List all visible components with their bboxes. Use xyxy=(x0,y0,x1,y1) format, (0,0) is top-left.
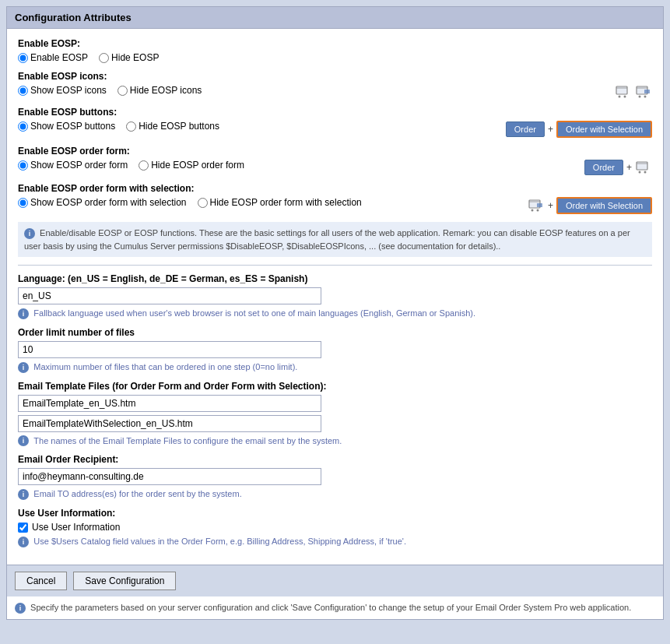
hide-order-form-option[interactable]: Hide EOSP order form xyxy=(139,160,244,171)
hide-icons-label: Hide EOSP icons xyxy=(130,85,202,96)
email-template-hint: The names of the Email Template Files to… xyxy=(33,436,342,445)
language-hint-row: i Fallback language used when user's web… xyxy=(18,308,652,319)
svg-rect-6 xyxy=(644,90,650,93)
buttons-preview-col: Order + Order with Selection xyxy=(481,107,652,138)
order-limit-input[interactable] xyxy=(18,341,321,358)
eosp-order-form-section: Enable EOSP order form: Show EOSP order … xyxy=(18,146,652,175)
save-button[interactable]: Save Configuration xyxy=(73,572,176,590)
user-info-section: Use User Information: Use User Informati… xyxy=(18,508,652,547)
enable-eosp-preview xyxy=(481,38,652,52)
language-input[interactable] xyxy=(18,287,321,304)
hide-icons-radio[interactable] xyxy=(118,86,128,96)
order-limit-info-icon: i xyxy=(18,362,29,373)
hide-eosp-radio[interactable] xyxy=(99,53,109,63)
email-template-label: Email Template Files (for Order Form and… xyxy=(18,381,652,392)
hide-buttons-label: Hide EOSP buttons xyxy=(139,121,219,132)
hide-icons-option[interactable]: Hide EOSP icons xyxy=(118,85,202,96)
show-icons-radio[interactable] xyxy=(18,86,28,96)
show-order-form-selection-radio[interactable] xyxy=(18,198,28,208)
enable-eosp-radio[interactable] xyxy=(18,53,28,63)
svg-point-12 xyxy=(536,209,538,212)
panel-title: Configuration Attributes xyxy=(15,12,132,23)
email-template-input-2[interactable] xyxy=(18,415,321,432)
order-form-cart-icon xyxy=(635,160,652,174)
svg-point-8 xyxy=(639,171,641,174)
plus-sign-1: + xyxy=(548,124,553,135)
svg-rect-7 xyxy=(637,162,647,170)
email-recipient-hint-row: i Email TO address(es) for the order sen… xyxy=(18,488,652,500)
show-buttons-option[interactable]: Show EOSP buttons xyxy=(18,121,115,132)
email-recipient-input[interactable] xyxy=(18,468,321,485)
show-order-form-option[interactable]: Show EOSP order form xyxy=(18,160,128,171)
enable-eosp-radio-row: Enable EOSP Hide EOSP xyxy=(18,52,481,63)
order-selection-cart-icon xyxy=(528,199,545,213)
eosp-buttons-radio-row: Show EOSP buttons Hide EOSP buttons xyxy=(18,121,481,132)
eosp-buttons-col: Enable EOSP buttons: Show EOSP buttons H… xyxy=(18,107,481,132)
user-info-checkbox[interactable] xyxy=(18,523,28,533)
plus-sign-3: + xyxy=(548,200,553,211)
hide-order-form-selection-label: Hide EOSP order form with selection xyxy=(210,197,362,208)
user-info-label: Use User Information: xyxy=(18,508,652,519)
user-info-hint-row: i Use $Users Catalog field values in the… xyxy=(18,536,652,547)
hide-order-form-selection-option[interactable]: Hide EOSP order form with selection xyxy=(198,197,362,208)
email-recipient-label: Email Order Recipient: xyxy=(18,454,652,465)
hide-buttons-option[interactable]: Hide EOSP buttons xyxy=(126,121,219,132)
hide-order-form-label: Hide EOSP order form xyxy=(151,160,244,171)
order-limit-hint: Maximum number of files that can be orde… xyxy=(33,362,297,371)
divider-1 xyxy=(18,265,652,266)
email-template-input-1[interactable] xyxy=(18,395,321,412)
enable-eosp-label: Enable EOSP: xyxy=(18,38,481,49)
svg-rect-0 xyxy=(616,86,627,94)
panel-body: Enable EOSP: Enable EOSP Hide EOSP xyxy=(7,29,663,565)
eosp-order-form-col: Enable EOSP order form: Show EOSP order … xyxy=(18,146,481,171)
user-info-info-icon: i xyxy=(18,537,29,547)
enable-eosp-option[interactable]: Enable EOSP xyxy=(18,52,88,63)
svg-point-9 xyxy=(644,171,647,174)
eosp-icons-radio-row: Show EOSP icons Hide EOSP icons xyxy=(18,85,481,96)
hide-order-form-selection-radio[interactable] xyxy=(198,198,208,208)
eosp-order-form-selection-label: Enable EOSP order form with selection: xyxy=(18,183,481,194)
email-template-section: Email Template Files (for Order Form and… xyxy=(18,381,652,447)
config-panel: Configuration Attributes Enable EOSP: En… xyxy=(6,6,664,620)
eosp-info-icon: i xyxy=(24,228,35,239)
eosp-icons-section: Enable EOSP icons: Show EOSP icons Hide … xyxy=(18,71,652,99)
show-icons-label: Show EOSP icons xyxy=(30,85,107,96)
svg-point-5 xyxy=(644,96,647,98)
eosp-order-form-radio-row: Show EOSP order form Hide EOSP order for… xyxy=(18,160,481,171)
order-form-order-btn[interactable]: Order xyxy=(584,160,623,175)
cancel-button[interactable]: Cancel xyxy=(15,572,67,590)
order-button-preview[interactable]: Order xyxy=(506,121,545,137)
order-limit-label: Order limit number of files xyxy=(18,327,652,338)
bottom-buttons: Cancel Save Configuration xyxy=(7,565,663,596)
user-info-hint: Use $Users Catalog field values in the O… xyxy=(33,537,406,546)
show-order-form-radio[interactable] xyxy=(18,160,28,171)
show-icons-option[interactable]: Show EOSP icons xyxy=(18,85,107,96)
hide-eosp-option[interactable]: Hide EOSP xyxy=(99,52,159,63)
order-form-preview-col: Order + xyxy=(481,146,652,175)
enable-eosp-section: Enable EOSP: Enable EOSP Hide EOSP xyxy=(18,38,652,63)
order-limit-section: Order limit number of files i Maximum nu… xyxy=(18,327,652,373)
order-selection-button-preview[interactable]: Order with Selection xyxy=(556,121,652,138)
panel-header: Configuration Attributes xyxy=(7,7,663,29)
show-buttons-radio[interactable] xyxy=(18,121,28,132)
show-buttons-label: Show EOSP buttons xyxy=(30,121,115,132)
show-order-form-label: Show EOSP order form xyxy=(30,160,128,171)
footer-note: i Specify the parameters based on your s… xyxy=(7,596,663,619)
hide-order-form-radio[interactable] xyxy=(139,160,149,171)
email-recipient-info-icon: i xyxy=(18,489,29,500)
language-info-icon: i xyxy=(18,308,29,319)
eosp-info-text: Enable/disable EOSP or EOSP functions. T… xyxy=(24,228,630,251)
eosp-order-form-label: Enable EOSP order form: xyxy=(18,146,481,157)
eosp-info-box: i Enable/disable EOSP or EOSP functions.… xyxy=(18,222,652,257)
show-order-form-selection-option[interactable]: Show EOSP order form with selection xyxy=(18,197,187,208)
hide-buttons-radio[interactable] xyxy=(126,121,136,132)
order-selection-btn-preview[interactable]: Order with Selection xyxy=(556,197,652,214)
language-label: Language: (en_US = English, de_DE = Germ… xyxy=(18,273,652,284)
eosp-order-form-selection-radio-row: Show EOSP order form with selection Hide… xyxy=(18,197,481,208)
svg-point-4 xyxy=(639,96,641,98)
svg-rect-13 xyxy=(537,203,542,207)
eosp-buttons-label: Enable EOSP buttons: xyxy=(18,107,481,118)
email-recipient-hint: Email TO address(es) for the order sent … xyxy=(33,489,241,498)
eosp-buttons-section: Enable EOSP buttons: Show EOSP buttons H… xyxy=(18,107,652,138)
footer-note-text: Specify the parameters based on your ser… xyxy=(30,603,631,612)
